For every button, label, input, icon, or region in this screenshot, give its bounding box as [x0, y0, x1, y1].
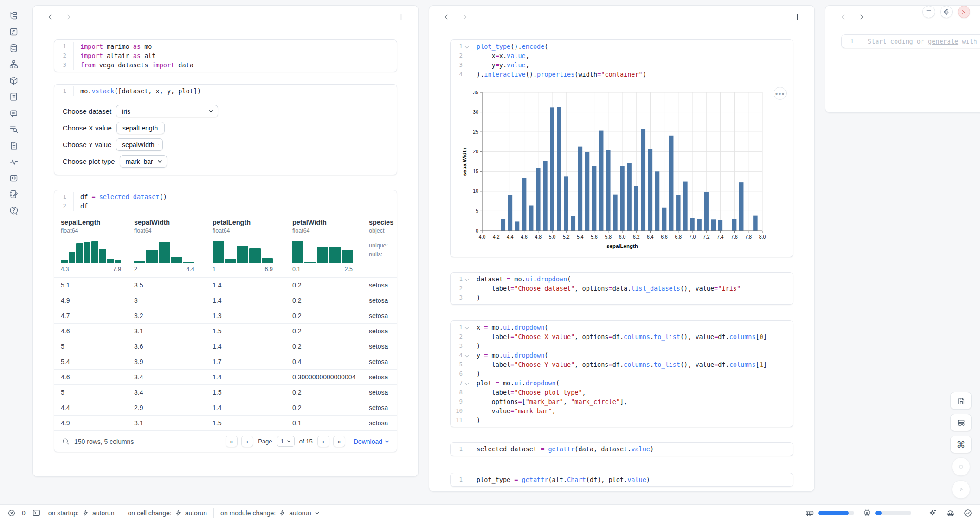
sidebar-item-logs[interactable]	[6, 89, 21, 105]
runtime-config-item[interactable]: on startup:autorun	[48, 509, 115, 517]
table-cell: setosa	[369, 404, 397, 411]
copilot-button[interactable]	[946, 508, 955, 518]
code-editor[interactable]: 1selected_dataset = getattr(data, datase…	[451, 443, 793, 456]
ellipsis-icon: ●●●	[775, 91, 785, 96]
config-label: on startup:	[48, 509, 79, 517]
table-cell: 0.2	[292, 281, 369, 289]
layout-grid-icon	[957, 418, 966, 427]
table-column-header[interactable]: petalWidthfloat640.12.5	[292, 213, 369, 277]
save-button[interactable]	[950, 392, 972, 410]
code-editor[interactable]: 1plot_type().encode(2 x=x.value,3 y=y.va…	[451, 40, 793, 81]
sidebar-item-functions[interactable]	[6, 24, 21, 40]
dropdown-select[interactable]: mark_bar	[120, 155, 167, 168]
svg-text:6.0: 6.0	[619, 234, 626, 240]
code-editor[interactable]: 1import marimo as mo2import altair as al…	[54, 40, 397, 72]
chevron-down-icon	[157, 159, 162, 164]
table-cell: 1.5	[213, 327, 292, 335]
sidebar-item-file-explorer[interactable]	[6, 7, 21, 24]
column-move-left-button[interactable]	[837, 11, 849, 23]
add-column-button[interactable]	[395, 11, 407, 23]
settings-button[interactable]	[940, 6, 953, 18]
runtime-config-item[interactable]: on module change:autorun	[220, 509, 320, 517]
svg-text:30: 30	[473, 109, 478, 115]
chevron-left-icon	[840, 14, 846, 20]
table-row: 4.63.11.50.2setosa	[54, 323, 397, 339]
code-editor[interactable]: 1mo.vstack([dataset, x, y, plot])	[54, 85, 397, 98]
table-cell: 1.4	[213, 373, 292, 381]
table-cell: 4.4	[61, 404, 134, 411]
sidebar-item-scratchpad[interactable]	[6, 186, 21, 202]
code-editor[interactable]: 1df = selected_dataset()2df	[54, 190, 397, 213]
sidebar-item-tracing[interactable]	[6, 154, 21, 170]
sidebar-item-outline[interactable]	[6, 170, 21, 186]
table-cell: 0.2	[292, 404, 369, 411]
sidebar-item-datasources[interactable]	[6, 40, 21, 56]
chart-actions-button[interactable]: ●●●	[774, 87, 787, 100]
page-number-select[interactable]: 1	[277, 436, 295, 447]
sidebar-item-packages[interactable]	[6, 72, 21, 89]
table-search-icon[interactable]	[62, 437, 70, 445]
sidebar-item-documentation[interactable]	[6, 121, 21, 137]
table-cell: 0.4	[292, 358, 369, 365]
column-move-left-button[interactable]	[440, 11, 452, 23]
table-column-header[interactable]: speciesobjectunique:nulls:	[369, 213, 397, 277]
sidebar-item-dependency-graph[interactable]	[6, 56, 21, 72]
code-editor[interactable]: 1dataset = mo.ui.dropdown(2 label="Choos…	[451, 273, 793, 304]
check-circle-icon	[963, 508, 973, 518]
dropdown-select[interactable]: sepalLength	[116, 122, 165, 134]
svg-text:6.2: 6.2	[633, 234, 640, 240]
previous-page-button[interactable]: ‹	[241, 436, 253, 447]
connection-status-button[interactable]	[963, 508, 973, 518]
first-page-button[interactable]: «	[226, 436, 238, 447]
runtime-config-item[interactable]: on cell change:autorun	[128, 509, 207, 517]
sidebar-item-chat[interactable]	[6, 105, 21, 121]
add-column-button[interactable]	[791, 11, 803, 23]
code-editor[interactable]: 1x = mo.ui.dropdown(2 label="Choose X va…	[451, 321, 793, 427]
table-cell: setosa	[369, 343, 397, 350]
keyboard-shortcuts-button[interactable]: ⌘	[950, 436, 972, 453]
menu-button[interactable]	[922, 6, 935, 18]
ai-assistant-button[interactable]	[928, 508, 937, 518]
column-move-left-button[interactable]	[44, 11, 56, 23]
dropdown-row: Choose plot typemark_bar	[63, 155, 388, 168]
dropdown-select[interactable]: sepalWidth	[116, 138, 163, 151]
column-move-right-button[interactable]	[63, 11, 75, 23]
sidebar-item-help[interactable]	[6, 202, 21, 219]
table-cell: 3.4	[134, 373, 213, 381]
help-bubble-icon	[9, 206, 19, 215]
database-icon	[9, 43, 19, 53]
save-floppy-icon	[957, 397, 966, 405]
table-column-header[interactable]: sepalLengthfloat644.37.9	[61, 213, 134, 277]
shutdown-button[interactable]	[958, 6, 970, 18]
sidebar-item-snippets[interactable]	[6, 137, 21, 154]
column-move-right-button[interactable]	[459, 11, 471, 23]
terminal-button[interactable]	[32, 508, 41, 517]
code-editor-placeholder[interactable]: 1Start coding or generate with	[842, 35, 980, 48]
table-column-header[interactable]: sepalWidthfloat6424.4	[134, 213, 213, 277]
table-cell: 1.5	[213, 389, 292, 396]
table-cell: 3.1	[134, 327, 213, 335]
last-page-button[interactable]: »	[333, 436, 345, 447]
column-move-right-button[interactable]	[855, 11, 867, 23]
layout-toggle-button[interactable]	[950, 414, 972, 431]
dropdown-select[interactable]: iris	[116, 105, 218, 117]
code-editor[interactable]: 1plot_type = getattr(alt.Chart(df), plot…	[451, 473, 793, 486]
stop-button[interactable]	[952, 457, 970, 476]
table-cell: setosa	[369, 312, 397, 319]
table-cell: 3.5	[134, 281, 213, 289]
error-indicator[interactable]: 0	[7, 509, 32, 517]
download-button[interactable]: Download	[354, 438, 389, 445]
table-summary: 150 rows, 5 columns	[74, 438, 134, 445]
cell-xy-plot-dropdowns: 1x = mo.ui.dropdown(2 label="Choose X va…	[450, 320, 793, 427]
terminal-icon	[32, 508, 41, 517]
next-page-button[interactable]: ›	[317, 436, 329, 447]
table-row: 53.41.50.2setosa	[54, 384, 397, 400]
run-button[interactable]	[952, 480, 970, 499]
table-cell: 0.1	[292, 419, 369, 427]
table-cell: 5	[61, 389, 134, 396]
table-row: 53.61.40.2setosa	[54, 339, 397, 354]
table-row: 4.63.41.40.3000000000000004setosa	[54, 369, 397, 384]
cpu-usage-meter	[875, 511, 911, 515]
table-column-header[interactable]: petalLengthfloat6416.9	[213, 213, 292, 277]
chevron-down-icon	[315, 510, 320, 515]
